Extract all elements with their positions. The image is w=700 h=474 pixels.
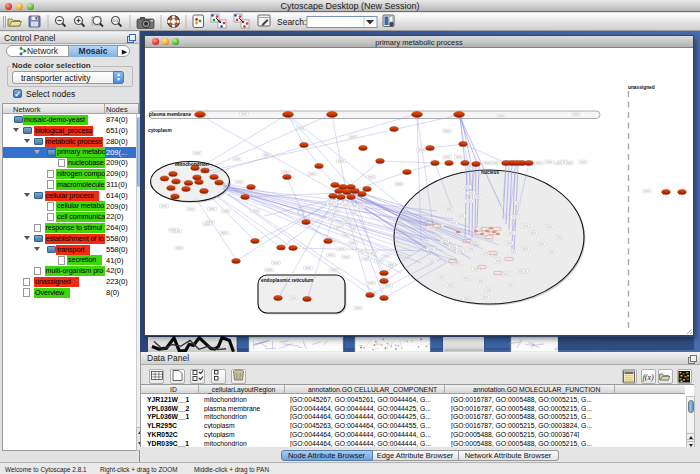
svg-text:endoplasmic reticulum: endoplasmic reticulum [261, 278, 313, 283]
svg-text:nucleus: nucleus [481, 170, 499, 175]
svg-text:mitochondrion: mitochondrion [175, 162, 209, 167]
svg-text:plasma membrane: plasma membrane [149, 112, 191, 117]
svg-text:f(x): f(x) [643, 373, 654, 382]
svg-text:1:1: 1:1 [113, 18, 119, 23]
svg-text:unassigned: unassigned [628, 85, 655, 90]
svg-text:Search:: Search: [277, 17, 306, 27]
svg-text:cytoplasm: cytoplasm [148, 128, 172, 133]
